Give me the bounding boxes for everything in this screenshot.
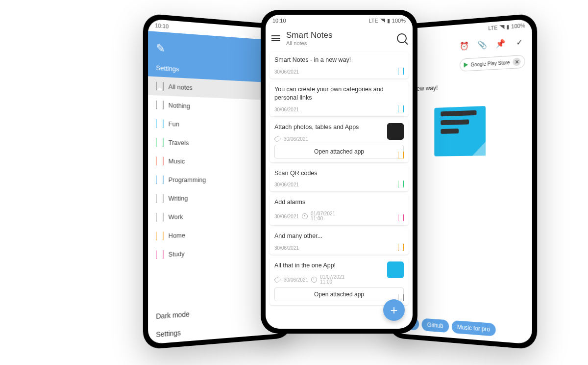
category-label: Home <box>169 232 185 239</box>
search-icon[interactable] <box>397 33 407 43</box>
bookmark-icon <box>156 176 163 184</box>
app-subtitle: All notes <box>286 40 391 46</box>
battery-icon: ▮ <box>506 24 509 30</box>
category-label: Travels <box>169 139 189 147</box>
note-date: 30/06/2021 <box>274 214 299 219</box>
bookmark-icon <box>156 156 163 165</box>
status-net: LTE <box>369 18 378 24</box>
status-batt: 100% <box>392 18 406 24</box>
link-pill[interactable]: Github <box>422 318 449 333</box>
note-title: You can create your own categories and p… <box>274 85 404 102</box>
note-date: 30/06/2021 <box>284 136 308 142</box>
note-title: Add alarms <box>274 198 404 207</box>
note-title: All that in the one App! <box>274 261 404 270</box>
signal-icon <box>380 19 385 23</box>
category-label: Fun <box>169 120 179 128</box>
bookmark-icon <box>156 119 163 128</box>
note-title: Attach photos, tables and Apps <box>274 123 404 131</box>
bookmark-icon <box>156 194 163 203</box>
note-card[interactable]: You can create your own categories and p… <box>270 81 409 116</box>
note-alarm: 01/07/202111:00 <box>320 275 344 285</box>
open-app-button[interactable]: Open attached app <box>274 145 404 158</box>
note-card[interactable]: Attach photos, tables and Apps30/06/2021… <box>270 119 409 162</box>
bookmark-icon[interactable] <box>398 105 404 112</box>
bookmark-icon[interactable] <box>398 152 404 158</box>
bookmark-icon[interactable] <box>398 181 404 187</box>
note-date: 30/06/2021 <box>274 245 299 251</box>
note-thumbnail <box>387 123 404 140</box>
note-meta: 30/06/2021 <box>274 136 404 142</box>
note-date: 30/06/2021 <box>274 182 299 187</box>
note-date: 30/06/2021 <box>274 107 299 112</box>
category-label: Music <box>169 157 185 165</box>
note-card[interactable]: Add alarms30/06/202101/07/202111:00 <box>270 194 409 225</box>
status-time: 10:10 <box>272 18 286 24</box>
alarm-icon[interactable]: ⏰ <box>461 42 468 50</box>
bookmark-icon <box>156 101 163 109</box>
statusbar: 10:10 LTE▮100% <box>266 15 413 26</box>
clip-icon <box>273 135 281 142</box>
note-meta: 30/06/2021 <box>274 107 404 112</box>
note-title: And many other... <box>274 232 404 240</box>
alarm-icon <box>302 213 308 219</box>
note-meta: 30/06/202101/07/202111:00 <box>274 275 404 285</box>
note-date: 30/06/2021 <box>274 69 299 75</box>
status-time: 10:10 <box>155 23 169 29</box>
note-alarm: 01/07/202111:00 <box>311 211 335 221</box>
note-date: 30/06/2021 <box>284 277 308 283</box>
add-note-fab[interactable]: + <box>383 299 405 321</box>
attach-icon[interactable]: 📎 <box>478 40 486 49</box>
note-meta: 30/06/2021 <box>274 69 404 75</box>
note-meta: 30/06/202101/07/202111:00 <box>274 211 404 221</box>
category-label: All notes <box>169 83 193 92</box>
status-batt: 100% <box>511 23 525 30</box>
bookmark-icon <box>156 82 163 91</box>
status-net: LTE <box>488 25 497 31</box>
pin-icon[interactable]: 📌 <box>497 39 505 48</box>
category-label: Programming <box>169 176 206 183</box>
bookmark-icon[interactable] <box>398 244 404 251</box>
note-title: Scan QR codes <box>274 169 404 178</box>
bookmark-icon <box>156 138 163 147</box>
link-pill[interactable]: Music for pro <box>452 320 496 337</box>
note-card[interactable]: Smart Notes - in a new way!30/06/2021 <box>270 52 409 78</box>
bookmark-icon[interactable] <box>398 68 404 75</box>
note-meta: 30/06/2021 <box>274 245 404 251</box>
category-label: Writing <box>169 194 188 202</box>
bookmark-icon <box>156 250 163 259</box>
note-meta: 30/06/2021 <box>274 182 404 187</box>
battery-icon: ▮ <box>387 18 390 24</box>
menu-icon[interactable] <box>271 35 280 41</box>
phone-main: 10:10 LTE▮100% Smart Notes All notes Sma… <box>261 10 417 334</box>
chip-label: Google Play Store <box>471 59 510 67</box>
app-chip[interactable]: Google Play Store ✕ <box>460 55 525 72</box>
bookmark-icon <box>156 213 163 222</box>
notes-list: Smart Notes - in a new way!30/06/2021You… <box>266 50 413 329</box>
bookmark-icon[interactable] <box>398 214 404 221</box>
category-label: Study <box>169 250 185 259</box>
app-header: Smart Notes All notes <box>266 26 413 50</box>
open-app-button[interactable]: Open attached app <box>274 287 404 301</box>
category-label: Work <box>169 213 183 221</box>
clip-icon <box>273 276 281 283</box>
app-title: Smart Notes <box>286 30 391 40</box>
category-label: Nothing <box>169 102 190 110</box>
note-card[interactable]: And many other...30/06/2021 <box>270 228 409 255</box>
playstore-icon <box>464 62 468 68</box>
note-illustration <box>434 106 486 156</box>
bookmark-icon <box>156 232 163 240</box>
note-card[interactable]: Scan QR codes30/06/2021 <box>270 165 409 192</box>
note-card[interactable]: All that in the one App!30/06/202101/07/… <box>270 258 409 305</box>
alarm-icon <box>311 277 317 283</box>
note-thumbnail <box>387 261 404 278</box>
signal-icon <box>499 25 504 29</box>
note-title: Smart Notes - in a new way! <box>274 56 404 64</box>
check-icon[interactable]: ✓ <box>515 38 523 47</box>
chip-close-icon[interactable]: ✕ <box>513 57 520 66</box>
